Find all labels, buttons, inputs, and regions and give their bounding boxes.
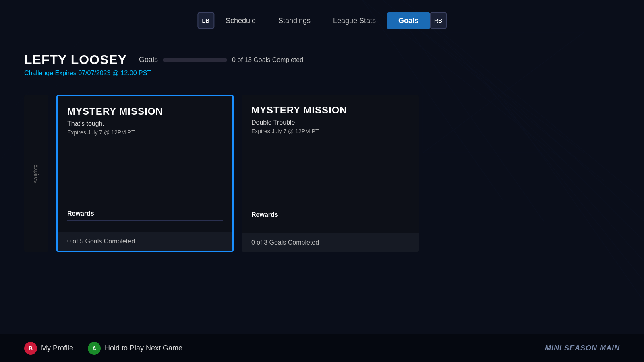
goals-progress-bar: [163, 58, 227, 62]
mission-1-rewards-divider: [67, 220, 223, 221]
mission-card-2-body: MYSTERY MISSION Double Trouble Expires J…: [242, 95, 419, 233]
mission-2-type: MYSTERY MISSION: [251, 105, 409, 116]
mission-1-goals-completed: 0 of 5 Goals Completed: [67, 238, 135, 245]
play-next-game-label: Hold to Play Next Game: [105, 344, 182, 352]
mission-2-goals-completed: 0 of 3 Goals Completed: [251, 239, 319, 246]
goals-label: Goals: [139, 56, 158, 64]
bottom-actions: B My Profile A Hold to Play Next Game: [24, 342, 182, 355]
tab-league-stats[interactable]: League Stats: [322, 12, 387, 29]
mission-2-rewards-divider: [251, 222, 409, 222]
b-button-icon: B: [24, 342, 37, 355]
mission-1-footer: 0 of 5 Goals Completed: [58, 232, 232, 251]
mission-1-rewards: Rewards: [67, 210, 223, 226]
challenge-title: LEFTY LOOSEY: [24, 52, 127, 67]
partial-card-text: Expires: [33, 164, 39, 183]
goals-count: 0 of 13 Goals Completed: [232, 56, 303, 64]
challenge-header: LEFTY LOOSEY Goals 0 of 13 Goals Complet…: [24, 52, 620, 77]
my-profile-label: My Profile: [41, 344, 73, 352]
mission-1-rewards-label: Rewards: [67, 210, 223, 217]
tab-goals[interactable]: Goals: [387, 12, 430, 29]
play-next-game-action[interactable]: A Hold to Play Next Game: [88, 342, 182, 355]
bottom-bar: B My Profile A Hold to Play Next Game MI…: [0, 334, 644, 362]
mission-2-rewards: Rewards: [251, 211, 409, 227]
top-navigation: LB Schedule Standings League Stats Goals…: [197, 12, 447, 29]
mission-card-1-body: MYSTERY MISSION That's tough. Expires Ju…: [58, 96, 232, 232]
mission-card-1[interactable]: MYSTERY MISSION That's tough. Expires Ju…: [56, 95, 234, 252]
a-button-icon: A: [88, 342, 101, 355]
cards-row: Expires MYSTERY MISSION That's tough. Ex…: [24, 95, 620, 252]
mission-2-subtitle: Double Trouble: [251, 119, 409, 126]
tab-standings[interactable]: Standings: [267, 12, 322, 29]
goals-progress-container: Goals 0 of 13 Goals Completed: [139, 56, 303, 64]
mission-2-footer: 0 of 3 Goals Completed: [242, 233, 419, 252]
mission-1-subtitle: That's tough.: [67, 120, 223, 128]
tab-schedule[interactable]: Schedule: [214, 12, 267, 29]
main-content: LEFTY LOOSEY Goals 0 of 13 Goals Complet…: [24, 52, 620, 330]
header-divider: [24, 85, 620, 85]
left-bumper[interactable]: LB: [197, 12, 214, 29]
mission-1-expires: Expires July 7 @ 12PM PT: [67, 129, 223, 136]
mini-season-main-label: MINI SEASON MAIN: [545, 344, 620, 352]
mission-2-expires: Expires July 7 @ 12PM PT: [251, 128, 409, 134]
mission-2-rewards-label: Rewards: [251, 211, 409, 218]
right-bumper[interactable]: RB: [430, 12, 447, 29]
challenge-expires: Challenge Expires 07/07/2023 @ 12:00 PST: [24, 70, 620, 77]
my-profile-action[interactable]: B My Profile: [24, 342, 73, 355]
mission-card-2[interactable]: MYSTERY MISSION Double Trouble Expires J…: [242, 95, 419, 252]
mission-1-type: MYSTERY MISSION: [67, 106, 223, 117]
card-partial-left: Expires: [24, 95, 48, 252]
